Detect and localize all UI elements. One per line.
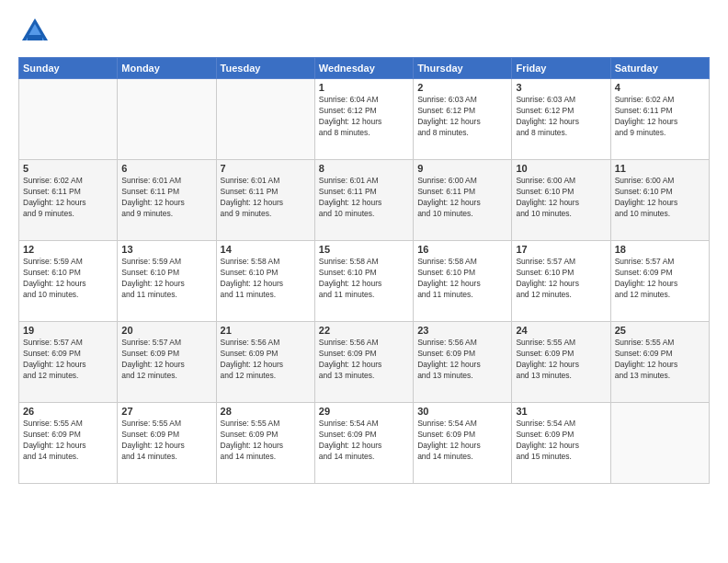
calendar-cell: 10Sunrise: 6:00 AM Sunset: 6:10 PM Dayli… — [512, 160, 610, 241]
week-row-4: 26Sunrise: 5:55 AM Sunset: 6:09 PM Dayli… — [19, 403, 710, 484]
day-info: Sunrise: 6:01 AM Sunset: 6:11 PM Dayligh… — [221, 176, 311, 220]
day-number: 15 — [319, 244, 409, 255]
day-number: 2 — [417, 82, 507, 93]
day-info: Sunrise: 5:55 AM Sunset: 6:09 PM Dayligh… — [615, 338, 705, 382]
day-info: Sunrise: 5:58 AM Sunset: 6:10 PM Dayligh… — [417, 257, 507, 301]
calendar-cell: 7Sunrise: 6:01 AM Sunset: 6:11 PM Daylig… — [216, 160, 314, 241]
day-info: Sunrise: 5:56 AM Sunset: 6:09 PM Dayligh… — [417, 338, 507, 382]
day-number: 19 — [23, 325, 113, 336]
calendar-cell: 21Sunrise: 5:56 AM Sunset: 6:09 PM Dayli… — [216, 322, 314, 403]
calendar-cell — [216, 79, 314, 160]
calendar-cell: 15Sunrise: 5:58 AM Sunset: 6:10 PM Dayli… — [314, 241, 413, 322]
day-number: 3 — [516, 82, 606, 93]
day-number: 10 — [516, 163, 606, 174]
week-row-0: 1Sunrise: 6:04 AM Sunset: 6:12 PM Daylig… — [19, 79, 710, 160]
calendar-cell: 31Sunrise: 5:54 AM Sunset: 6:09 PM Dayli… — [512, 403, 610, 484]
calendar-cell: 5Sunrise: 6:02 AM Sunset: 6:11 PM Daylig… — [19, 160, 118, 241]
day-number: 30 — [417, 406, 507, 417]
day-info: Sunrise: 5:56 AM Sunset: 6:09 PM Dayligh… — [221, 338, 311, 382]
day-info: Sunrise: 5:58 AM Sunset: 6:10 PM Dayligh… — [221, 257, 311, 301]
day-info: Sunrise: 6:03 AM Sunset: 6:12 PM Dayligh… — [516, 95, 606, 139]
calendar-cell: 14Sunrise: 5:58 AM Sunset: 6:10 PM Dayli… — [216, 241, 314, 322]
day-info: Sunrise: 5:55 AM Sunset: 6:09 PM Dayligh… — [221, 419, 311, 463]
day-info: Sunrise: 5:54 AM Sunset: 6:09 PM Dayligh… — [516, 419, 606, 463]
day-info: Sunrise: 6:02 AM Sunset: 6:11 PM Dayligh… — [23, 176, 113, 220]
day-number: 28 — [221, 406, 311, 417]
calendar-table: SundayMondayTuesdayWednesdayThursdayFrid… — [18, 57, 710, 484]
day-number: 9 — [417, 163, 507, 174]
calendar-cell — [19, 79, 118, 160]
calendar-cell: 18Sunrise: 5:57 AM Sunset: 6:09 PM Dayli… — [610, 241, 709, 322]
day-number: 14 — [221, 244, 311, 255]
calendar-cell: 24Sunrise: 5:55 AM Sunset: 6:09 PM Dayli… — [512, 322, 610, 403]
calendar-cell: 25Sunrise: 5:55 AM Sunset: 6:09 PM Dayli… — [610, 322, 709, 403]
day-info: Sunrise: 5:58 AM Sunset: 6:10 PM Dayligh… — [319, 257, 409, 301]
day-number: 25 — [615, 325, 705, 336]
calendar-cell — [610, 403, 709, 484]
calendar-cell: 20Sunrise: 5:57 AM Sunset: 6:09 PM Dayli… — [118, 322, 216, 403]
day-number: 6 — [121, 163, 211, 174]
day-info: Sunrise: 6:04 AM Sunset: 6:12 PM Dayligh… — [319, 95, 409, 139]
day-number: 5 — [23, 163, 113, 174]
day-info: Sunrise: 6:00 AM Sunset: 6:11 PM Dayligh… — [417, 176, 507, 220]
week-row-1: 5Sunrise: 6:02 AM Sunset: 6:11 PM Daylig… — [19, 160, 710, 241]
logo-icon — [18, 15, 51, 48]
day-info: Sunrise: 5:55 AM Sunset: 6:09 PM Dayligh… — [516, 338, 606, 382]
day-info: Sunrise: 6:03 AM Sunset: 6:12 PM Dayligh… — [417, 95, 507, 139]
day-info: Sunrise: 5:57 AM Sunset: 6:10 PM Dayligh… — [516, 257, 606, 301]
calendar-cell: 27Sunrise: 5:55 AM Sunset: 6:09 PM Dayli… — [118, 403, 216, 484]
calendar-cell — [118, 79, 216, 160]
calendar-cell: 6Sunrise: 6:01 AM Sunset: 6:11 PM Daylig… — [118, 160, 216, 241]
week-row-2: 12Sunrise: 5:59 AM Sunset: 6:10 PM Dayli… — [19, 241, 710, 322]
calendar-cell: 17Sunrise: 5:57 AM Sunset: 6:10 PM Dayli… — [512, 241, 610, 322]
day-number: 8 — [319, 163, 409, 174]
week-row-3: 19Sunrise: 5:57 AM Sunset: 6:09 PM Dayli… — [19, 322, 710, 403]
weekday-header-monday: Monday — [118, 58, 216, 79]
weekday-header-thursday: Thursday — [414, 58, 512, 79]
day-number: 20 — [121, 325, 211, 336]
page: SundayMondayTuesdayWednesdayThursdayFrid… — [0, 0, 728, 563]
day-number: 26 — [23, 406, 113, 417]
day-info: Sunrise: 5:57 AM Sunset: 6:09 PM Dayligh… — [615, 257, 705, 301]
calendar-cell: 12Sunrise: 5:59 AM Sunset: 6:10 PM Dayli… — [19, 241, 118, 322]
day-number: 12 — [23, 244, 113, 255]
calendar-cell: 9Sunrise: 6:00 AM Sunset: 6:11 PM Daylig… — [414, 160, 512, 241]
day-info: Sunrise: 6:01 AM Sunset: 6:11 PM Dayligh… — [319, 176, 409, 220]
day-number: 21 — [221, 325, 311, 336]
day-number: 17 — [516, 244, 606, 255]
day-number: 29 — [319, 406, 409, 417]
svg-rect-2 — [28, 35, 42, 40]
day-info: Sunrise: 5:55 AM Sunset: 6:09 PM Dayligh… — [121, 419, 211, 463]
calendar-cell: 26Sunrise: 5:55 AM Sunset: 6:09 PM Dayli… — [19, 403, 118, 484]
day-number: 11 — [615, 163, 705, 174]
day-info: Sunrise: 5:59 AM Sunset: 6:10 PM Dayligh… — [23, 257, 113, 301]
day-info: Sunrise: 5:55 AM Sunset: 6:09 PM Dayligh… — [23, 419, 113, 463]
day-info: Sunrise: 6:02 AM Sunset: 6:11 PM Dayligh… — [615, 95, 705, 139]
weekday-header-saturday: Saturday — [610, 58, 709, 79]
day-number: 27 — [121, 406, 211, 417]
calendar-cell: 22Sunrise: 5:56 AM Sunset: 6:09 PM Dayli… — [314, 322, 413, 403]
header — [18, 15, 710, 48]
day-number: 7 — [221, 163, 311, 174]
weekday-header-tuesday: Tuesday — [216, 58, 314, 79]
calendar-cell: 3Sunrise: 6:03 AM Sunset: 6:12 PM Daylig… — [512, 79, 610, 160]
calendar-cell: 8Sunrise: 6:01 AM Sunset: 6:11 PM Daylig… — [314, 160, 413, 241]
calendar-cell: 4Sunrise: 6:02 AM Sunset: 6:11 PM Daylig… — [610, 79, 709, 160]
day-number: 22 — [319, 325, 409, 336]
weekday-header-wednesday: Wednesday — [314, 58, 413, 79]
day-number: 4 — [615, 82, 705, 93]
day-number: 31 — [516, 406, 606, 417]
day-info: Sunrise: 6:00 AM Sunset: 6:10 PM Dayligh… — [516, 176, 606, 220]
calendar-cell: 30Sunrise: 5:54 AM Sunset: 6:09 PM Dayli… — [414, 403, 512, 484]
day-info: Sunrise: 5:57 AM Sunset: 6:09 PM Dayligh… — [121, 338, 211, 382]
calendar-cell: 11Sunrise: 6:00 AM Sunset: 6:10 PM Dayli… — [610, 160, 709, 241]
calendar-cell: 1Sunrise: 6:04 AM Sunset: 6:12 PM Daylig… — [314, 79, 413, 160]
calendar-cell: 19Sunrise: 5:57 AM Sunset: 6:09 PM Dayli… — [19, 322, 118, 403]
day-info: Sunrise: 5:57 AM Sunset: 6:09 PM Dayligh… — [23, 338, 113, 382]
weekday-header-friday: Friday — [512, 58, 610, 79]
day-number: 24 — [516, 325, 606, 336]
calendar-cell: 13Sunrise: 5:59 AM Sunset: 6:10 PM Dayli… — [118, 241, 216, 322]
day-info: Sunrise: 5:56 AM Sunset: 6:09 PM Dayligh… — [319, 338, 409, 382]
calendar-cell: 28Sunrise: 5:55 AM Sunset: 6:09 PM Dayli… — [216, 403, 314, 484]
day-number: 16 — [417, 244, 507, 255]
